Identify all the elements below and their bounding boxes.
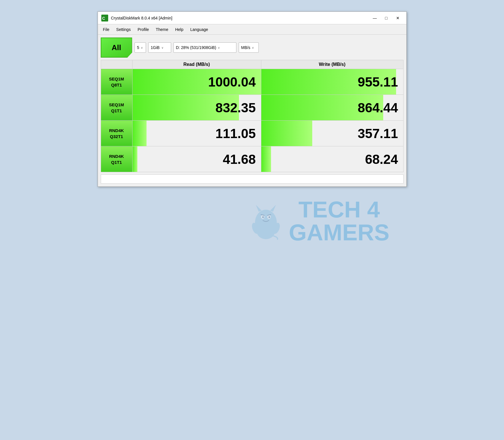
table-row: RND4KQ1T1 41.68 68.24 [101,146,403,172]
menu-language[interactable]: Language [187,26,211,33]
unit-arrow: ∨ [252,46,254,49]
write-value-3: 68.24 [261,146,403,172]
write-value-0: 955.11 [261,69,403,95]
row-label-0: SEQ1MQ8T1 [109,76,124,87]
watermark-text: TECH 4 GAMERS [289,198,389,244]
label-cell-1: SEQ1MQ1T1 [101,95,132,121]
close-button[interactable]: ✕ [393,14,403,22]
read-cell-1: 832.35 [132,95,261,121]
row-label-3: RND4KQ1T1 [109,154,124,165]
write-cell-0: 955.11 [261,69,403,95]
read-cell-0: 1000.04 [132,69,261,95]
svg-text:C: C [102,16,105,21]
watermark-line2: GAMERS [289,221,389,244]
window-title: CrystalDiskMark 8.0.4 x64 [Admin] [111,16,173,20]
size-value: 1GiB [151,45,160,50]
menu-help[interactable]: Help [172,26,186,33]
title-bar-left: C CrystalDiskMark 8.0.4 x64 [Admin] [101,15,173,21]
results-table: Read (MB/s) Write (MB/s) SEQ1MQ8T1 1000.… [101,60,404,172]
status-bar [101,174,404,184]
read-value-3: 41.68 [133,146,261,172]
svg-marker-5 [270,205,276,212]
app-icon: C [101,15,108,21]
write-value-2: 357.11 [261,121,403,146]
menu-settings[interactable]: Settings [113,26,134,33]
label-cell-0: SEQ1MQ8T1 [101,69,132,95]
table-row: SEQ1MQ1T1 832.35 864.44 [101,95,403,121]
count-arrow: ∨ [141,46,143,49]
minimize-button[interactable]: — [370,14,380,22]
header-read: Read (MB/s) [132,60,261,69]
label-cell-3: RND4KQ1T1 [101,146,132,172]
svg-point-8 [262,216,264,218]
write-cell-2: 357.11 [261,121,403,146]
count-dropdown[interactable]: 5 ∨ [135,42,146,53]
svg-point-12 [257,223,275,239]
write-cell-3: 68.24 [261,146,403,172]
title-bar: C CrystalDiskMark 8.0.4 x64 [Admin] — □ … [98,12,406,24]
watermark-area: TECH 4 GAMERS [98,198,407,244]
svg-marker-4 [256,205,262,212]
header-label [101,60,132,69]
maximize-button[interactable]: □ [381,14,392,22]
read-value-0: 1000.04 [133,69,261,95]
table-row: RND4KQ32T1 111.05 357.11 [101,121,403,146]
mascot-icon [249,201,283,241]
app-window: C CrystalDiskMark 8.0.4 x64 [Admin] — □ … [98,11,407,187]
read-cell-3: 41.68 [132,146,261,172]
header-write: Write (MB/s) [261,60,403,69]
drive-dropdown[interactable]: D: 28% (531/1908GiB) ∨ [173,42,236,53]
drive-arrow: ∨ [218,46,220,49]
menu-theme[interactable]: Theme [153,26,171,33]
title-bar-controls: — □ ✕ [370,14,403,22]
menu-bar: File Settings Profile Theme Help Languag… [98,24,406,35]
all-button[interactable]: All [101,38,132,58]
read-value-2: 111.05 [133,121,261,146]
svg-point-3 [258,210,273,225]
menu-file[interactable]: File [100,26,112,33]
watermark-line1: TECH 4 [289,198,389,221]
unit-dropdown[interactable]: MB/s ∨ [239,42,259,53]
write-value-1: 864.44 [261,95,403,120]
menu-profile[interactable]: Profile [135,26,152,33]
drive-value: D: 28% (531/1908GiB) [176,45,216,50]
count-value: 5 [137,45,139,50]
label-cell-2: RND4KQ32T1 [101,121,132,146]
table-row: SEQ1MQ8T1 1000.04 955.11 [101,69,403,95]
write-cell-1: 864.44 [261,95,403,121]
row-label-2: RND4KQ32T1 [109,128,124,139]
size-arrow: ∨ [161,46,163,49]
svg-point-9 [268,216,270,218]
read-value-1: 832.35 [133,95,261,120]
unit-value: MB/s [241,45,250,50]
read-cell-2: 111.05 [132,121,261,146]
controls-row: All 5 ∨ 1GiB ∨ D: 28% (531/1908GiB) ∨ MB… [101,38,404,58]
main-content: All 5 ∨ 1GiB ∨ D: 28% (531/1908GiB) ∨ MB… [98,35,406,186]
size-dropdown[interactable]: 1GiB ∨ [148,42,171,53]
row-label-1: SEQ1MQ1T1 [109,102,124,113]
